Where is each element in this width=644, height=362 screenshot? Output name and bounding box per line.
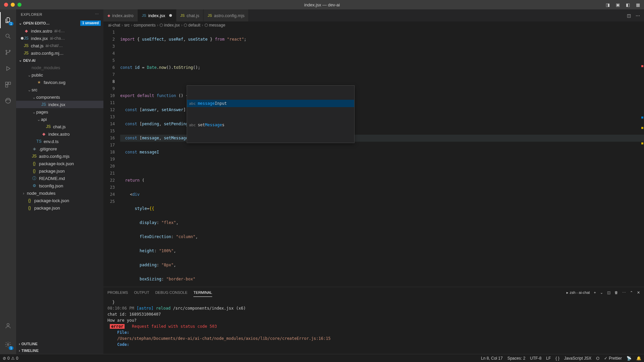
tree-item[interactable]: ⌄api: [16, 116, 103, 123]
tree-item[interactable]: ⓘREADME.md: [16, 175, 103, 182]
status-braces[interactable]: { }: [556, 356, 559, 361]
breadcrumb[interactable]: ai-chat›src›components›⬡ index.jsx›⬡ def…: [103, 21, 644, 29]
activity-run-debug[interactable]: [0, 60, 16, 77]
terminal-content[interactable]: } 08:10:06 PM [astro] reload /src/compon…: [103, 298, 644, 354]
chevron-icon: ⌄: [32, 109, 36, 115]
tree-item[interactable]: TSenv.d.ts: [16, 138, 103, 145]
sidebar-more-icon[interactable]: ⋯: [95, 12, 99, 16]
tree-item[interactable]: ⌄src: [16, 86, 103, 93]
breadcrumb-segment[interactable]: ai-chat: [108, 23, 120, 28]
outline-section[interactable]: › OUTLINE: [16, 341, 103, 347]
project-section[interactable]: ⌄ DEV-AI: [16, 57, 103, 64]
breadcrumb-segment[interactable]: components: [134, 23, 155, 28]
explorer-badge: 1: [9, 22, 13, 26]
kill-terminal-icon[interactable]: 🗑: [614, 290, 618, 295]
status-feedback-icon[interactable]: 📡: [627, 356, 632, 361]
toggle-panel-icon[interactable]: ▣: [616, 2, 620, 7]
open-editor-item[interactable]: ◆ index.astro ai-c…: [16, 27, 103, 35]
file-type-icon: JS: [41, 102, 46, 107]
overview-ruler[interactable]: [639, 29, 644, 287]
open-editor-item[interactable]: JS index.jsx ai-cha…: [16, 35, 103, 42]
tree-item[interactable]: ⌄pages: [16, 108, 103, 116]
file-type-icon: TS: [36, 139, 42, 144]
status-prettier[interactable]: ✓ Prettier: [604, 356, 622, 361]
line-number: 17: [103, 142, 115, 149]
split-editor-icon[interactable]: ◫: [627, 13, 631, 18]
editor-tab[interactable]: JS astro.config.mjs: [203, 9, 249, 21]
breadcrumb-segment[interactable]: src: [124, 23, 130, 28]
status-indentation[interactable]: Spaces: 2: [507, 356, 525, 361]
more-actions-icon[interactable]: ⋯: [636, 13, 640, 18]
new-terminal-icon[interactable]: +: [594, 290, 596, 295]
tree-item-label: package.json: [34, 206, 60, 211]
status-copilot-icon[interactable]: ⌬: [596, 356, 599, 361]
suggest-item[interactable]: abc messageInput: [187, 100, 354, 107]
status-errors[interactable]: ⊘ 0 ⚠ 0: [3, 356, 18, 361]
breadcrumb-segment[interactable]: ⬡ default: [184, 23, 200, 28]
minimize-window-button[interactable]: [11, 3, 15, 7]
tree-item[interactable]: {}package-lock.json: [16, 160, 103, 167]
panel-tab-problems[interactable]: PROBLEMS: [107, 288, 128, 297]
panel-tab-debug-console[interactable]: DEBUG CONSOLE: [155, 288, 187, 297]
breadcrumb-separator-icon: ›: [202, 23, 203, 28]
file-name: chat.js: [31, 43, 44, 48]
status-cursor-position[interactable]: Ln 8, Col 17: [481, 356, 503, 361]
status-eol[interactable]: LF: [546, 356, 551, 361]
status-encoding[interactable]: UTF-8: [530, 356, 542, 361]
modified-dot-icon: [21, 37, 24, 40]
maximize-window-button[interactable]: [17, 3, 21, 7]
panel-tab-output[interactable]: OUTPUT: [134, 288, 149, 297]
file-type-icon: JS: [142, 13, 146, 17]
maximize-panel-icon[interactable]: ⌃: [630, 290, 633, 295]
activity-source-control[interactable]: [0, 44, 16, 60]
panel-tab-terminal[interactable]: TERMINAL: [193, 288, 212, 297]
tree-item[interactable]: JSchat.js: [16, 123, 103, 130]
tree-item[interactable]: ◆index.astro: [16, 130, 103, 138]
tree-item[interactable]: JSastro.config.mjs: [16, 152, 103, 160]
code-content[interactable]: import { useEffect, useRef, useState } f…: [120, 29, 644, 287]
editor-body[interactable]: 1234567891011121314151617181920212223242…: [103, 29, 644, 287]
toggle-primary-sidebar-icon[interactable]: ◨: [606, 2, 610, 7]
file-type-icon: ◆: [107, 13, 110, 18]
intellisense-popup[interactable]: abc messageInput abc setMessages: [187, 85, 355, 143]
breadcrumb-segment[interactable]: ⬡ message: [204, 23, 225, 28]
activity-settings[interactable]: 1: [0, 336, 16, 353]
line-number: 23: [103, 184, 115, 191]
tree-item[interactable]: ◈.gitignore: [16, 145, 103, 152]
terminal-dropdown-icon[interactable]: ⌄: [600, 290, 603, 295]
activity-explorer[interactable]: 1: [0, 12, 16, 28]
close-window-button[interactable]: [4, 3, 8, 7]
activity-search[interactable]: [0, 28, 16, 44]
traffic-lights: [0, 3, 21, 7]
status-language[interactable]: JavaScript JSX: [564, 356, 591, 361]
tree-item[interactable]: JSindex.jsx: [16, 101, 103, 108]
tree-item[interactable]: node_modules: [16, 64, 103, 71]
tree-item[interactable]: ⌄public: [16, 71, 103, 79]
tree-item[interactable]: ⌄components: [16, 93, 103, 101]
activity-extensions[interactable]: [0, 77, 16, 93]
toggle-secondary-sidebar-icon[interactable]: ◧: [626, 2, 630, 7]
open-editor-item[interactable]: JS astro.config.mj…: [16, 49, 103, 57]
tree-item[interactable]: {}package-lock.json: [16, 197, 103, 204]
open-editor-item[interactable]: JS chat.js ai-chat/…: [16, 42, 103, 49]
more-terminal-icon[interactable]: ⋯: [622, 290, 626, 295]
suggest-item[interactable]: abc setMessages: [187, 121, 354, 129]
tree-item[interactable]: {}package.json: [16, 204, 103, 212]
customize-layout-icon[interactable]: ▦: [636, 2, 640, 7]
activity-edge-tools[interactable]: [0, 93, 16, 109]
timeline-section[interactable]: › TIMELINE: [16, 347, 103, 354]
breadcrumb-segment[interactable]: ⬡ index.jsx: [159, 23, 180, 28]
close-panel-icon[interactable]: ✕: [637, 290, 640, 295]
editor-tab[interactable]: ◆ index.astro: [103, 9, 138, 21]
tree-item[interactable]: ★favicon.svg: [16, 79, 103, 86]
editor-tab[interactable]: JS index.jsx: [138, 9, 176, 21]
activity-account[interactable]: [0, 318, 16, 334]
status-bell-icon[interactable]: 🔔: [636, 356, 641, 361]
open-editors-section[interactable]: ⌄ OPEN EDITO… 1 unsaved: [16, 19, 103, 27]
split-terminal-icon[interactable]: ◫: [607, 290, 610, 295]
tree-item[interactable]: {}package.json: [16, 167, 103, 175]
editor-tab[interactable]: JS chat.js: [176, 9, 203, 21]
terminal-profile-selector[interactable]: ▸ zsh - ai-chat: [566, 290, 590, 295]
tree-item[interactable]: ⚙tsconfig.json: [16, 182, 103, 189]
tree-item[interactable]: ›node_modules: [16, 189, 103, 197]
